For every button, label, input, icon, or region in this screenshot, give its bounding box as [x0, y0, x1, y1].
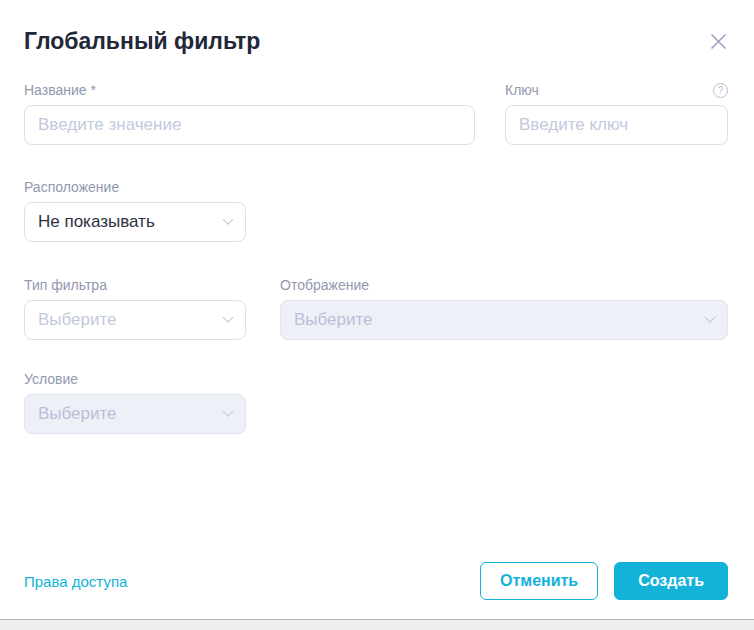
help-circle-icon[interactable]: ? — [713, 83, 728, 98]
condition-select: Выберите — [24, 394, 246, 434]
global-filter-modal: Глобальный фильтр Название * — [0, 0, 754, 630]
access-rights-link[interactable]: Права доступа — [24, 573, 127, 590]
chevron-down-icon — [222, 214, 233, 225]
name-label: Название * — [24, 82, 96, 99]
field-display: Отображение Выберите — [280, 277, 728, 340]
key-input[interactable] — [505, 105, 728, 145]
display-label: Отображение — [280, 277, 369, 294]
condition-placeholder: Выберите — [38, 404, 117, 424]
display-placeholder: Выберите — [294, 310, 373, 330]
field-condition: Условие Выберите — [24, 371, 246, 434]
dialog-header: Глобальный фильтр — [24, 0, 728, 56]
create-button[interactable]: Создать — [614, 562, 728, 600]
page-backdrop — [0, 620, 754, 630]
field-name: Название * — [24, 82, 475, 145]
dialog-footer: Права доступа Отменить Создать — [24, 562, 728, 600]
chevron-down-icon — [222, 312, 233, 323]
modal-sheet: Глобальный фильтр Название * — [0, 0, 754, 620]
field-key: Ключ ? — [505, 82, 728, 145]
filter-type-placeholder: Выберите — [38, 310, 117, 330]
close-icon — [710, 33, 727, 50]
key-label: Ключ — [505, 82, 539, 99]
field-location: Расположение Не показывать — [24, 179, 246, 242]
dialog-title: Глобальный фильтр — [24, 26, 260, 56]
location-label: Расположение — [24, 179, 119, 196]
display-select: Выберите — [280, 300, 728, 340]
name-input[interactable] — [24, 105, 475, 145]
cancel-button[interactable]: Отменить — [480, 562, 598, 600]
chevron-down-icon — [704, 312, 715, 323]
close-button[interactable] — [708, 31, 728, 51]
field-filter-type: Тип фильтра Выберите — [24, 277, 246, 340]
condition-label: Условие — [24, 371, 78, 388]
chevron-down-icon — [222, 406, 233, 417]
location-select[interactable]: Не показывать — [24, 202, 246, 242]
filter-type-label: Тип фильтра — [24, 277, 107, 294]
location-selected-value: Не показывать — [38, 212, 155, 232]
filter-type-select[interactable]: Выберите — [24, 300, 246, 340]
